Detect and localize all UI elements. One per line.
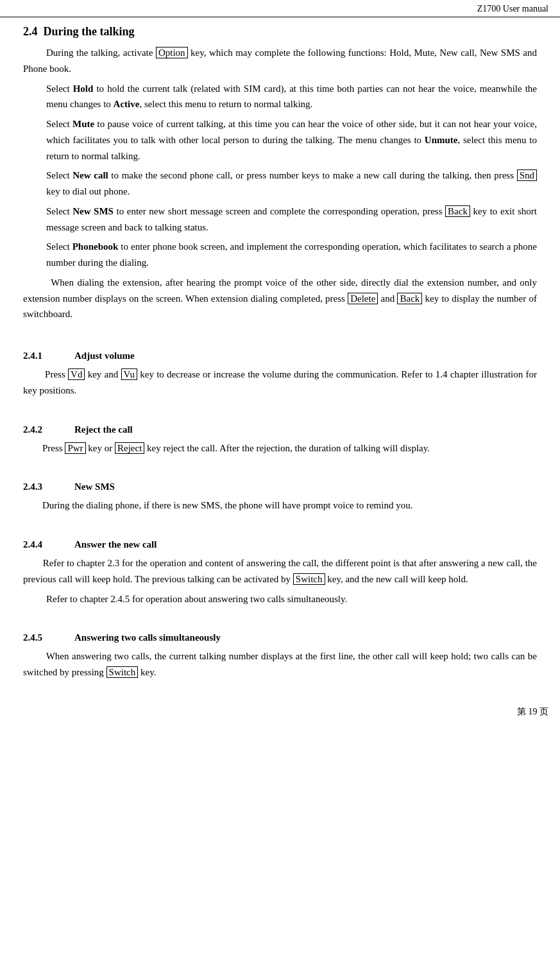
header-title: Z1700 User manual bbox=[477, 4, 548, 13]
section-242-para: Press Pwr key or Reject key reject the c… bbox=[23, 440, 537, 456]
section-242: 2.4.2 Reject the call Press Pwr key or R… bbox=[23, 424, 537, 456]
section-24-intro-para: During the talking, activate Option key,… bbox=[23, 45, 537, 77]
section-242-title: Reject the call bbox=[74, 424, 133, 435]
newcall-keyword: New call bbox=[72, 170, 108, 180]
switch-key-2: Switch bbox=[106, 666, 139, 678]
section-244-header: 2.4.4 Answer the new call bbox=[23, 539, 537, 550]
newsms-para: Select New SMS to enter new short messag… bbox=[46, 204, 537, 236]
mute-para: Select Mute to pause voice of current ta… bbox=[46, 116, 537, 164]
pwr-key: Pwr bbox=[65, 442, 85, 454]
section-244-title: Answer the new call bbox=[74, 539, 157, 550]
section-24: 2.4 During the talking During the talkin… bbox=[23, 25, 537, 322]
back-key-1: Back bbox=[445, 205, 470, 217]
section-24-number: 2.4 bbox=[23, 25, 38, 38]
back-key-2: Back bbox=[397, 293, 422, 304]
unmute-keyword: Unmute bbox=[425, 135, 458, 145]
section-244-para2: Refer to chapter 2.4.5 for operation abo… bbox=[46, 591, 537, 607]
section-243-number: 2.4.3 bbox=[23, 481, 74, 492]
snd-key: Snd bbox=[517, 169, 537, 181]
section-241: 2.4.1 Adjust volume Press Vd key and Vu … bbox=[23, 351, 537, 399]
option-key: Option bbox=[156, 47, 188, 58]
section-245-header: 2.4.5 Answering two calls simultaneously bbox=[23, 632, 537, 643]
hold-keyword: Hold bbox=[73, 83, 94, 94]
section-244-para1: Refer to chapter 2.3 for the operation a… bbox=[23, 555, 537, 587]
newsms-keyword: New SMS bbox=[72, 206, 114, 216]
switch-key-1: Switch bbox=[293, 573, 325, 585]
section-24-intro-text: During the talking, activate bbox=[46, 48, 153, 58]
mute-keyword: Mute bbox=[72, 119, 94, 129]
section-245-number: 2.4.5 bbox=[23, 632, 74, 643]
hold-para: Select Hold to hold the current talk (re… bbox=[46, 81, 537, 113]
section-243: 2.4.3 New SMS During the dialing phone, … bbox=[23, 481, 537, 514]
phonebook-para: Select Phonebook to enter phone book scr… bbox=[46, 239, 537, 271]
section-243-header: 2.4.3 New SMS bbox=[23, 481, 537, 492]
extension-para: When dialing the extension, after hearin… bbox=[23, 275, 537, 322]
active-keyword: Active bbox=[114, 99, 140, 109]
section-242-header: 2.4.2 Reject the call bbox=[23, 424, 537, 435]
section-245-title: Answering two calls simultaneously bbox=[74, 632, 221, 643]
section-245-para: When answering two calls, the current ta… bbox=[23, 648, 537, 680]
section-243-para: During the dialing phone, if there is ne… bbox=[23, 498, 537, 514]
section-241-header: 2.4.1 Adjust volume bbox=[23, 351, 537, 361]
section-24-heading: During the talking bbox=[44, 25, 135, 38]
newcall-para: Select New call to make the second phone… bbox=[46, 168, 537, 200]
section-241-number: 2.4.1 bbox=[23, 351, 74, 361]
section-243-text: During the dialing phone, if there is ne… bbox=[42, 500, 412, 510]
footer-text: 第 19 页 bbox=[517, 707, 548, 716]
section-244-para2-block: Refer to chapter 2.4.5 for operation abo… bbox=[46, 591, 537, 607]
section-241-title: Adjust volume bbox=[74, 351, 135, 361]
section-24-title: 2.4 During the talking bbox=[23, 25, 537, 39]
vu-key: Vu bbox=[121, 368, 137, 380]
section-244: 2.4.4 Answer the new call Refer to chapt… bbox=[23, 539, 537, 607]
delete-key: Delete bbox=[348, 293, 378, 304]
phonebook-keyword: Phonebook bbox=[72, 241, 119, 252]
section-245: 2.4.5 Answering two calls simultaneously… bbox=[23, 632, 537, 680]
section-243-title: New SMS bbox=[74, 481, 115, 492]
vd-key: Vd bbox=[68, 368, 85, 380]
section-242-number: 2.4.2 bbox=[23, 424, 74, 435]
section-241-para: Press Vd key and Vu key to decrease or i… bbox=[23, 367, 537, 399]
section-244-number: 2.4.4 bbox=[23, 539, 74, 550]
reject-key: Reject bbox=[115, 442, 144, 454]
